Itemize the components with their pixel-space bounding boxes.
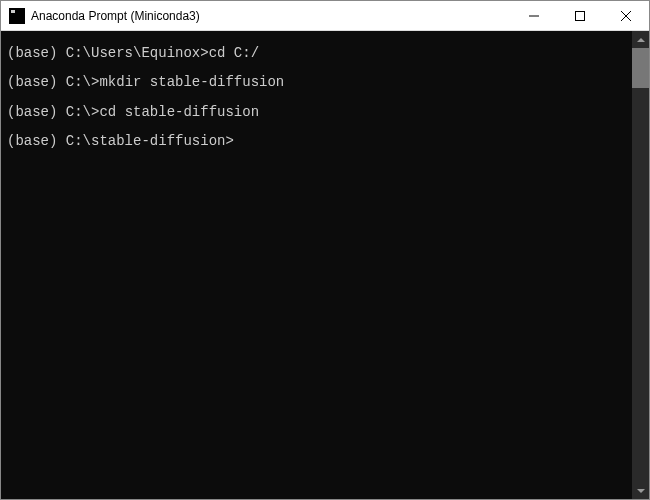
scroll-up-arrow[interactable] bbox=[632, 31, 649, 48]
close-button[interactable] bbox=[603, 1, 649, 30]
minimize-icon bbox=[529, 11, 539, 21]
content-area: (base) C:\Users\Equinox>cd C:/(base) C:\… bbox=[1, 31, 649, 499]
scroll-down-arrow[interactable] bbox=[632, 482, 649, 499]
prompt-text: (base) C:\Users\Equinox> bbox=[7, 45, 209, 61]
prompt-text: (base) C:\> bbox=[7, 104, 99, 120]
terminal-line: (base) C:\>mkdir stable-diffusion bbox=[7, 68, 626, 97]
close-icon bbox=[621, 11, 631, 21]
maximize-icon bbox=[575, 11, 585, 21]
prompt-text: (base) C:\> bbox=[7, 74, 99, 90]
command-text: cd stable-diffusion bbox=[99, 104, 259, 120]
window-controls bbox=[511, 1, 649, 30]
command-text: cd C:/ bbox=[209, 45, 259, 61]
vertical-scrollbar[interactable] bbox=[632, 31, 649, 499]
minimize-button[interactable] bbox=[511, 1, 557, 30]
scrollbar-thumb[interactable] bbox=[632, 48, 649, 88]
maximize-button[interactable] bbox=[557, 1, 603, 30]
command-text: mkdir stable-diffusion bbox=[99, 74, 284, 90]
terminal-output[interactable]: (base) C:\Users\Equinox>cd C:/(base) C:\… bbox=[1, 31, 632, 499]
terminal-line: (base) C:\>cd stable-diffusion bbox=[7, 98, 626, 127]
window-titlebar: Anaconda Prompt (Miniconda3) bbox=[1, 1, 649, 31]
terminal-line: (base) C:\Users\Equinox>cd C:/ bbox=[7, 39, 626, 68]
window-title: Anaconda Prompt (Miniconda3) bbox=[31, 9, 511, 23]
chevron-up-icon bbox=[637, 38, 645, 42]
terminal-line: (base) C:\stable-diffusion> bbox=[7, 127, 626, 156]
app-icon bbox=[9, 8, 25, 24]
svg-rect-1 bbox=[576, 11, 585, 20]
chevron-down-icon bbox=[637, 489, 645, 493]
prompt-text: (base) C:\stable-diffusion> bbox=[7, 133, 234, 149]
